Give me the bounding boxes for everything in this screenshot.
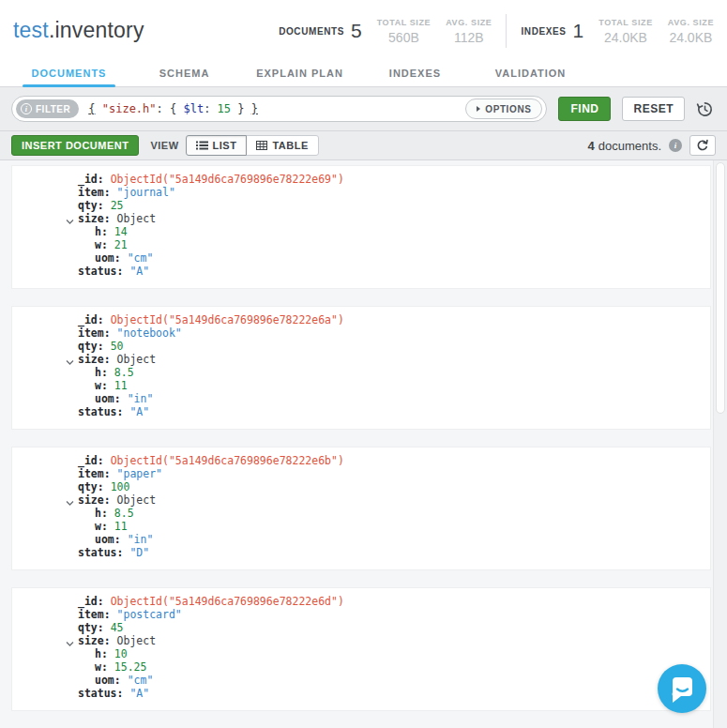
view-table-button[interactable]: TABLE — [246, 135, 318, 156]
tab-schema[interactable]: SCHEMA — [127, 60, 242, 86]
field-key: uom: — [95, 533, 128, 546]
tab-documents[interactable]: DOCUMENTS — [11, 60, 127, 86]
table-view-label: TABLE — [272, 140, 308, 151]
view-list-button[interactable]: LIST — [186, 135, 248, 156]
field-value: Object — [117, 353, 157, 366]
reset-button[interactable]: RESET — [622, 97, 685, 121]
field-key: _id: — [78, 313, 111, 326]
scrollbar-thumb[interactable] — [716, 162, 725, 414]
document-field-row: size: Object — [12, 353, 710, 366]
namespace-title: test.inventory — [13, 18, 144, 43]
field-value: 10 — [114, 647, 128, 660]
field-key: item: — [78, 186, 117, 199]
field-value: 14 — [114, 225, 128, 238]
document-field-row: h: 8.5 — [12, 507, 710, 520]
view-label: VIEW — [150, 140, 178, 151]
field-key: h: — [95, 647, 114, 660]
document-field-row: size: Object — [12, 634, 710, 647]
filter-input[interactable]: i FILTER { "size.h": { $lt: 15 } } OPTIO… — [11, 96, 547, 122]
document-card[interactable]: _id: ObjectId("5a149d6ca769896e78222e69"… — [11, 165, 711, 289]
document-field-row: uom: "cm" — [12, 251, 710, 265]
documents-total-size-value: 560B — [377, 30, 432, 45]
field-value: ObjectId("5a149d6ca769896e78222e6b") — [111, 454, 344, 467]
document-field-row: uom: "in" — [12, 533, 710, 546]
refresh-icon — [696, 139, 709, 152]
document-card[interactable]: _id: ObjectId("5a149d6ca769896e78222e6d"… — [11, 587, 711, 711]
expand-chevron-icon[interactable] — [66, 356, 74, 363]
document-field-row: size: Object — [12, 493, 710, 507]
field-value: 25 — [111, 199, 124, 212]
chat-launcher-button[interactable] — [658, 664, 706, 713]
documents-avg-size-label: AVG. SIZE — [446, 18, 492, 27]
table-view-icon — [256, 141, 267, 150]
query-history-button[interactable] — [693, 98, 716, 120]
query-token — [96, 102, 102, 115]
tab-indexes[interactable]: INDEXES — [357, 60, 473, 86]
caret-right-icon — [477, 106, 480, 112]
documents-avg-size-value: 112B — [446, 30, 492, 45]
indexes-avg-size-value: 24.0KB — [668, 30, 714, 45]
document-field-row: _id: ObjectId("5a149d6ca769896e78222e6b"… — [12, 454, 710, 467]
collection-stats: DOCUMENTS 5 TOTAL SIZE 560B AVG. SIZE 11… — [279, 12, 714, 50]
count-info-icon[interactable]: i — [669, 139, 682, 152]
documents-count-suffix: documents. — [598, 139, 661, 153]
field-value: 100 — [111, 480, 130, 493]
expand-chevron-icon[interactable] — [66, 215, 74, 222]
history-icon — [696, 100, 714, 118]
field-value: Object — [117, 212, 157, 225]
database-name: test — [13, 18, 49, 42]
expand-chevron-icon[interactable] — [66, 637, 74, 645]
document-card[interactable]: _id: ObjectId("5a149d6ca769896e78222e6b"… — [11, 447, 711, 570]
filter-query[interactable]: { "size.h": { $lt: 15 } } — [88, 102, 258, 115]
field-key: size: — [78, 353, 117, 366]
field-key: uom: — [95, 251, 128, 265]
indexes-total-size-label: TOTAL SIZE — [598, 18, 653, 27]
field-value: 8.5 — [114, 507, 134, 520]
field-key: qty: — [78, 480, 111, 493]
field-value: "in" — [128, 392, 154, 405]
document-field-row: status: "A" — [12, 687, 710, 700]
documents-stat: DOCUMENTS 5 — [279, 20, 362, 42]
indexes-stat-count: 1 — [573, 20, 584, 42]
scrollbar-track[interactable] — [713, 160, 727, 728]
insert-document-button[interactable]: INSERT DOCUMENT — [11, 135, 139, 156]
query-token: } — [231, 102, 251, 115]
query-token: 15 — [218, 102, 231, 115]
chat-bubble-icon — [658, 664, 706, 713]
query-token: : — [204, 102, 217, 115]
query-token: { — [88, 102, 95, 115]
document-field-row: h: 10 — [12, 647, 710, 660]
documents-count: 4 documents. i — [588, 135, 716, 156]
field-value: "paper" — [117, 467, 162, 480]
document-field-row: _id: ObjectId("5a149d6ca769896e78222e6d"… — [12, 595, 710, 608]
indexes-total-size-stat: TOTAL SIZE 24.0KB — [598, 18, 653, 45]
field-value: 21 — [114, 238, 128, 251]
field-key: item: — [78, 326, 117, 340]
list-view-label: LIST — [213, 140, 237, 151]
field-value: "postcard" — [117, 608, 182, 621]
collection-tabbar: DOCUMENTS SCHEMA EXPLAIN PLAN INDEXES VA… — [0, 60, 727, 87]
document-card[interactable]: _id: ObjectId("5a149d6ca769896e78222e6a"… — [11, 306, 711, 430]
tab-explain-plan[interactable]: EXPLAIN PLAN — [242, 60, 357, 86]
document-field-row: status: "D" — [12, 546, 710, 559]
field-value: ObjectId("5a149d6ca769896e78222e69") — [111, 173, 344, 186]
refresh-documents-button[interactable] — [689, 135, 716, 156]
field-value: 50 — [111, 340, 124, 353]
find-button[interactable]: FIND — [558, 97, 611, 121]
documents-total-size-stat: TOTAL SIZE 560B — [377, 18, 432, 45]
options-toggle-button[interactable]: OPTIONS — [465, 99, 542, 119]
document-field-row: h: 8.5 — [12, 366, 710, 379]
field-key: w: — [95, 520, 114, 533]
filter-badge-label: FILTER — [36, 104, 70, 114]
field-key: h: — [95, 225, 114, 238]
document-list: _id: ObjectId("5a149d6ca769896e78222e69"… — [0, 160, 727, 728]
field-value: "cm" — [128, 251, 154, 265]
field-key: item: — [78, 467, 117, 480]
document-field-row: w: 11 — [12, 520, 710, 533]
field-value: ObjectId("5a149d6ca769896e78222e6d") — [111, 595, 344, 608]
field-value: "notebook" — [117, 326, 182, 340]
field-value: 11 — [114, 379, 128, 392]
field-value: "cm" — [128, 674, 154, 687]
expand-chevron-icon[interactable] — [66, 496, 74, 504]
tab-validation[interactable]: VALIDATION — [473, 60, 588, 86]
